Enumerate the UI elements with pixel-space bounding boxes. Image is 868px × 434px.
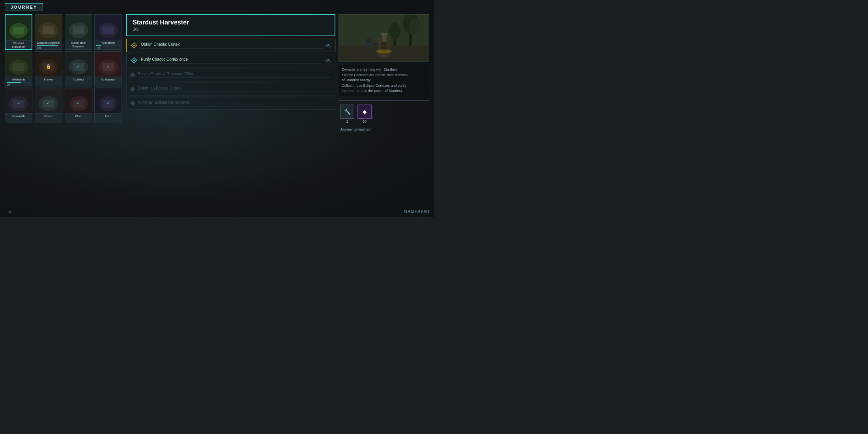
journey-item-hive[interactable]: ✓Hive [94, 88, 122, 123]
reward-icon-reward2: ◆ [357, 105, 372, 119]
item-thumbnail-architect: ✓ [65, 51, 92, 77]
detail-panel: Stardust Harvester 3/5 Obtain Chaotic Co… [126, 14, 335, 214]
page-number: ⏮ [8, 210, 12, 214]
journey-grid-panel: Stardust Harvester3/5Weapon Engineer9/10… [5, 14, 123, 214]
objective-text-obj1: Obtain Chaotic Cortex [141, 42, 322, 47]
reward-item-reward2: ◆50 [357, 105, 372, 123]
item-thumbnail-warbands [5, 51, 32, 77]
reward-row: 🔧2◆50 [339, 105, 429, 123]
journey-item-gunsmith[interactable]: ✓Gunsmith [5, 88, 32, 123]
objective-text-obj5: Purify an Eclipse Cortex once [138, 100, 331, 105]
app-wrapper: JOURNEY Stardust Harvester3/5Weapon Engi… [0, 0, 434, 217]
checkmark-badge-gunsmith: ✓ [17, 101, 21, 106]
main-content: Stardust Harvester3/5Weapon Engineer9/10… [5, 14, 429, 214]
journey-item-racer[interactable]: ✓Racer [35, 88, 62, 123]
item-thumbnail-brewer: 🔒 [35, 51, 62, 77]
journey-item-architect[interactable]: ✓Architect [65, 51, 92, 86]
journey-header: JOURNEY [5, 3, 429, 11]
checkmark-badge-craftsman: ✓ [107, 64, 110, 69]
journey-item-brewer[interactable]: 🔒Brewer [35, 51, 62, 86]
item-label-stardust-harvester: Stardust Harvester [6, 41, 32, 49]
objective-inner-obj5: Purify an Eclipse Cortex once [138, 100, 331, 107]
objective-item-obj4: Obtain an Eclipse Cortex [126, 83, 335, 95]
item-label-warbands: Warbands [5, 77, 32, 81]
objective-item-obj3: Build a Stardust Resonant Filter [126, 69, 335, 81]
item-thumbnail-chef: ✓ [65, 88, 92, 114]
objective-icon-obj2 [131, 57, 138, 64]
item-progress-text-warbands: 3/5 [5, 84, 32, 86]
item-label-automotive-engineer: Automotive Engineer [65, 40, 92, 48]
quest-title-box: Stardust Harvester 3/5 [126, 14, 335, 36]
locked-diamond-obj3 [130, 72, 135, 78]
journey-item-craftsman[interactable]: ✓Craftsman [94, 51, 122, 86]
item-thumbnail-automotive-engineer [65, 15, 92, 40]
objective-bar-locked-obj3 [138, 77, 331, 78]
journey-item-stardust-harvester[interactable]: Stardust Harvester3/5 [5, 14, 32, 50]
svg-rect-5 [43, 26, 54, 34]
svg-rect-56 [372, 43, 380, 45]
journey-status: Journey Unfinished [339, 127, 429, 132]
reward-count-reward2: 50 [363, 120, 367, 123]
item-progress-bar-alchemist [96, 45, 120, 46]
objective-item-obj2[interactable]: Purify Chaotic Cortex once0/1 [126, 54, 335, 67]
journey-item-automotive-engineer[interactable]: Automotive Engineer1/2 [65, 14, 92, 50]
item-label-gunsmith: Gunsmith [5, 114, 32, 118]
info-description: Deviants are teeming with Stardust. Ecli… [339, 65, 429, 96]
item-thumbnail-craftsman: ✓ [95, 51, 122, 77]
watermark: GAMERANT [404, 210, 430, 214]
reward-icon-reward1: 🔧 [340, 105, 354, 119]
svg-rect-49 [365, 43, 372, 48]
item-label-craftsman: Craftsman [95, 77, 122, 81]
item-progress-bar-automotive-engineer [67, 49, 90, 50]
info-image [339, 14, 429, 62]
journey-item-chef[interactable]: ✓Chef [65, 88, 92, 123]
objective-inner-obj1: Obtain Chaotic Cortex [141, 42, 322, 49]
item-thumbnail-gunsmith: ✓ [5, 88, 32, 114]
objective-text-obj3: Build a Stardust Resonant Filter [138, 72, 331, 76]
journey-item-alchemist[interactable]: Alchemist1/5 [94, 14, 122, 50]
objective-count-obj2: 0/1 [326, 58, 331, 63]
objective-inner-obj4: Obtain an Eclipse Cortex [138, 86, 331, 92]
journey-grid: Stardust Harvester3/5Weapon Engineer9/10… [5, 14, 123, 123]
objective-icon-obj1 [131, 42, 138, 49]
svg-rect-8 [73, 26, 84, 34]
objective-inner-obj3: Build a Stardust Resonant Filter [138, 72, 331, 78]
svg-point-55 [376, 50, 391, 54]
item-thumbnail-alchemist [95, 15, 122, 40]
item-progress-bar-stardust-harvester [7, 49, 30, 50]
checkmark-badge-chef: ✓ [77, 101, 80, 106]
item-thumbnail-weapon-engineer [35, 15, 62, 40]
item-label-weapon-engineer: Weapon Engineer [35, 40, 62, 45]
quest-title: Stardust Harvester [133, 19, 329, 26]
checkmark-badge-racer: ✓ [47, 101, 50, 106]
item-label-chef: Chef [65, 114, 92, 118]
journey-item-weapon-engineer[interactable]: Weapon Engineer9/10 [35, 14, 62, 50]
item-thumbnail-racer: ✓ [35, 88, 62, 114]
item-progress-text-alchemist: 1/5 [95, 47, 122, 50]
item-label-architect: Architect [65, 77, 92, 81]
objective-item-obj1[interactable]: Obtain Chaotic Cortex0/1 [126, 39, 335, 52]
info-description-text: Deviants are teeming with Stardust. Ecli… [342, 67, 408, 93]
item-progress-bar-weapon-engineer [37, 45, 60, 46]
objective-bar-locked-obj5 [138, 106, 331, 107]
item-progress-text-weapon-engineer: 9/10 [35, 47, 62, 50]
quest-progress-label: 3/5 [133, 27, 329, 32]
reward-item-reward1: 🔧2 [340, 105, 354, 123]
reward-count-reward1: 2 [346, 120, 348, 123]
info-image-scene [339, 15, 429, 61]
info-panel: Deviants are teeming with Stardust. Ecli… [339, 14, 429, 214]
objective-inner-obj2: Purify Chaotic Cortex once [141, 57, 322, 64]
item-thumbnail-hive: ✓ [95, 88, 122, 114]
objective-list: Obtain Chaotic Cortex0/1 Purify Chaotic … [126, 39, 335, 110]
item-label-alchemist: Alchemist [95, 40, 122, 45]
svg-point-48 [366, 38, 371, 44]
svg-point-43 [409, 19, 421, 34]
objective-bar-locked-obj4 [138, 92, 331, 92]
item-progress-bar-warbands [7, 82, 30, 83]
journey-item-warbands[interactable]: Warbands3/5 [5, 51, 32, 86]
item-label-racer: Racer [35, 114, 62, 118]
journey-badge: JOURNEY [5, 3, 43, 11]
item-thumbnail-stardust-harvester [6, 15, 32, 41]
svg-rect-51 [382, 34, 387, 42]
checkmark-badge-architect: ✓ [77, 64, 80, 69]
